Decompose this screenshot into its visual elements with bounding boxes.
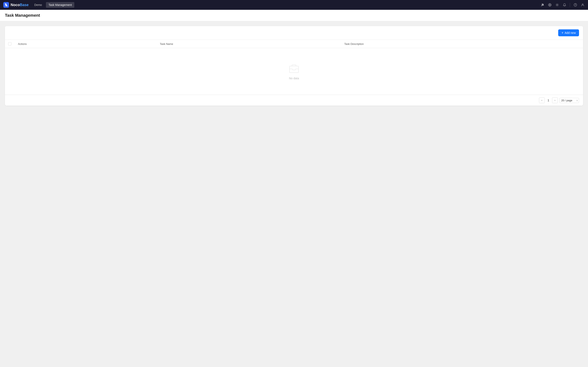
table-toolbar: + Add new [5, 26, 583, 40]
table-card: + Add new Actions Task Name [5, 26, 583, 106]
svg-point-8 [557, 4, 558, 6]
task-description-header-label: Task Description [344, 42, 364, 45]
svg-line-1 [541, 6, 542, 6]
next-icon: › [554, 99, 555, 102]
table-head: Actions Task Name Task Description [5, 40, 583, 48]
svg-point-3 [549, 4, 550, 6]
add-new-button[interactable]: + Add new [558, 29, 579, 36]
task-name-header-label: Task Name [160, 42, 173, 45]
settings-icon[interactable] [555, 3, 559, 7]
user-icon[interactable] [581, 3, 585, 7]
empty-state-cell: No data [5, 48, 583, 95]
pin-icon[interactable] [540, 3, 545, 7]
per-page-wrapper: 10 / page 20 / page 50 / page 100 / page [559, 98, 579, 103]
topnav-actions: ? [540, 3, 585, 7]
logo-text: NocoBase [11, 3, 29, 7]
empty-state-row: No data [5, 48, 583, 95]
empty-inbox-icon [288, 63, 300, 74]
logo-icon [3, 2, 9, 8]
nav-item-task-management[interactable]: Task Management [46, 2, 74, 8]
top-nav: NocoBase Demo Task Management [0, 0, 588, 10]
logo: NocoBase [3, 2, 29, 8]
empty-text: No data [289, 77, 299, 80]
table-body: No data [5, 48, 583, 95]
nav-item-demo[interactable]: Demo [32, 2, 44, 8]
page-header: Task Management [0, 10, 588, 21]
svg-rect-12 [290, 66, 298, 73]
per-page-select[interactable]: 10 / page 20 / page 50 / page 100 / page [559, 98, 579, 103]
add-new-label: Add new [565, 31, 576, 34]
select-all-checkbox[interactable] [8, 42, 11, 45]
actions-header: Actions [15, 40, 156, 48]
help-icon[interactable]: ? [573, 3, 577, 7]
actions-header-label: Actions [18, 42, 27, 45]
current-page: 1 [546, 99, 550, 102]
table-header-row: Actions Task Name Task Description [5, 40, 583, 48]
logo-base: Base [20, 3, 29, 7]
next-page-button[interactable]: › [552, 98, 558, 103]
data-table: Actions Task Name Task Description [5, 40, 583, 95]
nav-separator [570, 3, 570, 7]
empty-state: No data [8, 50, 580, 92]
page-title: Task Management [5, 13, 583, 18]
task-name-header: Task Name [156, 40, 341, 48]
checkbox-header [5, 40, 15, 48]
prev-icon: ‹ [541, 99, 542, 102]
plus-icon: + [562, 31, 563, 35]
bell-icon[interactable] [562, 3, 567, 7]
pagination-bar: ‹ 1 › 10 / page 20 / page 50 / page 100 … [5, 95, 583, 106]
logo-noco: Noco [11, 3, 20, 7]
task-description-header: Task Description [341, 40, 583, 48]
svg-text:?: ? [575, 4, 576, 6]
plugin-icon[interactable] [548, 3, 552, 7]
main-content: + Add new Actions Task Name [0, 21, 588, 367]
prev-page-button[interactable]: ‹ [539, 98, 545, 103]
